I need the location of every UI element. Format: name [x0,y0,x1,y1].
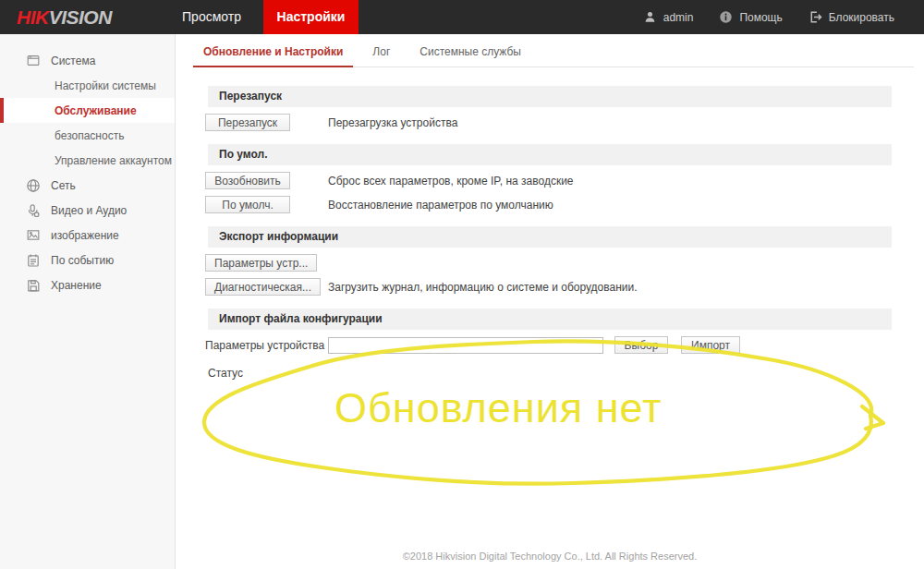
sidebar-item-label: Управление аккаунтом [55,154,172,167]
user-menu[interactable]: admin [643,10,694,24]
sidebar-item-storage[interactable]: Хранение [0,272,175,297]
help-label: Помощь [739,11,782,24]
restart-button[interactable]: Перезапуск [205,114,290,131]
system-icon [26,54,43,68]
browse-button[interactable]: Выбор [614,336,668,354]
section-export: Экспорт информации Параметры устр... Диа… [208,226,924,296]
import-button[interactable]: Импорт [681,336,740,354]
device-params-button[interactable]: Параметры устр... [205,254,317,272]
status-label: Статус [208,367,924,380]
sidebar-item-video-audio[interactable]: Видео и Аудио [0,198,175,223]
section-import-header: Импорт файла конфигурации [208,309,892,330]
sidebar-item-label: Видео и Аудио [51,204,127,217]
sidebar-item-label: Хранение [51,279,102,292]
logout-icon [808,10,822,24]
sidebar-item-system[interactable]: Система [0,48,175,73]
tab-log[interactable]: Лог [362,45,400,67]
diagnostic-desc: Загрузить журнал, информацию о системе и… [328,281,638,294]
logo-vision: VISION [49,6,112,28]
default-button[interactable]: По умолч. [205,196,290,213]
restore-desc: Сброс всех параметров, кроме IP, на заво… [328,175,574,188]
hikvision-logo: HIKVISION [17,0,112,34]
sidebar-item-label: Настройки системы [55,79,156,92]
video-audio-icon [26,203,43,218]
lock-label: Блокировать [829,11,894,24]
content-tabs: Обновление и Настройки Лог Системные слу… [193,45,914,67]
image-icon [26,228,43,243]
config-file-input[interactable] [328,337,603,354]
diagnostic-button[interactable]: Диагностическая... [205,278,321,296]
top-right-menu: admin Помощь Блокировать [643,0,894,34]
section-import: Импорт файла конфигурации Параметры устр… [208,309,924,380]
event-icon [26,253,43,268]
section-export-header: Экспорт информации [208,226,892,248]
section-default-header: По умол. [208,144,892,165]
top-navigation: Просмотр Настройки [160,0,359,34]
sidebar-item-event[interactable]: По событию [0,248,175,272]
sidebar-item-maintenance[interactable]: Обслуживание [0,98,175,123]
default-desc: Восстановление параметров по умолчанию [328,199,553,212]
import-file-label: Параметры устройства [205,339,328,352]
sidebar-item-image[interactable]: изображение [0,223,175,248]
sidebar-item-security[interactable]: безопасность [0,123,175,148]
tab-upgrade-maintenance[interactable]: Обновление и Настройки [193,45,353,67]
sidebar-item-label: Система [51,54,95,67]
help-menu[interactable]: Помощь [719,10,782,24]
tab-system-services[interactable]: Системные службы [409,45,531,67]
restore-button[interactable]: Возобновить [205,172,290,189]
section-default: По умол. Возобновить Сброс всех параметр… [208,144,924,213]
sidebar-item-label: Обслуживание [55,104,137,117]
sidebar-item-label: безопасность [55,129,124,142]
lock-menu[interactable]: Блокировать [808,10,894,24]
sidebar-item-label: Сеть [51,179,76,192]
section-restart-header: Перезапуск [208,86,892,107]
tab-live-view[interactable]: Просмотр [160,0,263,34]
sidebar-item-account[interactable]: Управление аккаунтом [0,148,175,173]
sidebar-item-system-settings[interactable]: Настройки системы [0,73,175,98]
sidebar: Система Настройки системы Обслуживание б… [0,34,176,569]
user-icon [643,10,657,24]
help-icon [719,10,733,24]
settings-sections: Перезапуск Перезапуск Перезагрузка устро… [176,67,924,380]
user-name: admin [663,11,694,24]
storage-icon [26,278,43,293]
main-content: Обновление и Настройки Лог Системные слу… [176,34,924,569]
restart-desc: Перезагрузка устройства [328,116,457,129]
sidebar-item-label: По событию [51,254,114,267]
top-bar: HIKVISION Просмотр Настройки admin Помощ… [0,0,924,34]
sidebar-item-network[interactable]: Сеть [0,173,175,198]
sidebar-item-label: изображение [51,229,119,242]
network-icon [26,178,43,193]
section-restart: Перезапуск Перезапуск Перезагрузка устро… [208,86,924,131]
tab-settings[interactable]: Настройки [263,0,359,34]
hikvision-web-ui: HIKVISION Просмотр Настройки admin Помощ… [0,0,924,569]
logo-hik: HIK [17,6,49,28]
copyright-footer: ©2018 Hikvision Digital Technology Co., … [176,551,924,562]
